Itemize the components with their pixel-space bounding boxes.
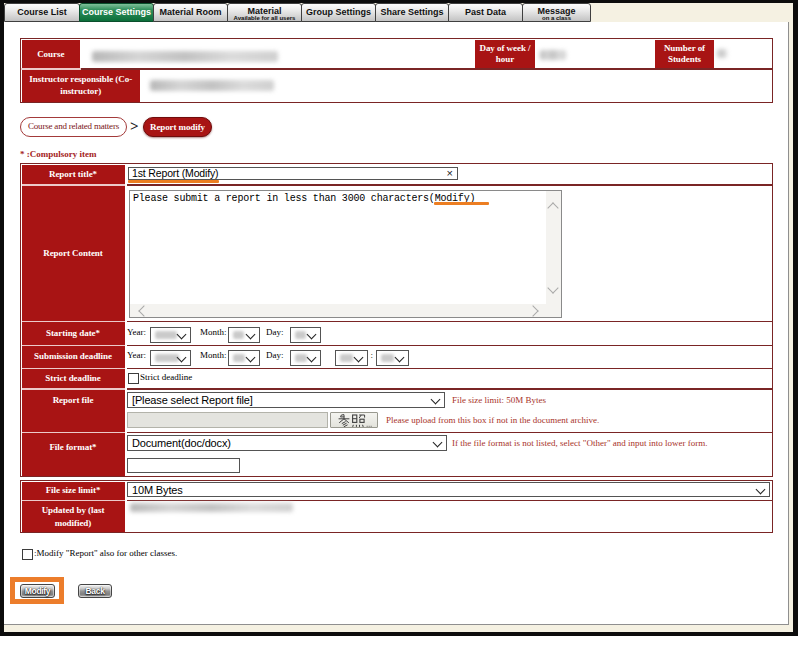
students-label-cell: Number of Students bbox=[655, 40, 714, 69]
vertical-scrollbar[interactable] bbox=[546, 191, 561, 304]
report-file-select[interactable]: [Please select Report file] bbox=[127, 392, 445, 408]
course-value-redacted bbox=[92, 51, 278, 62]
file-size-limit-label: File size limit* bbox=[22, 485, 125, 496]
report-title-input[interactable]: 1st Report (Modify) × bbox=[128, 167, 458, 180]
day-of-week-label-cell: Day of week / hour bbox=[475, 40, 535, 69]
starting-day-select[interactable] bbox=[290, 327, 321, 343]
tab-group-settings[interactable]: Group Settings bbox=[301, 3, 376, 22]
breadcrumb-report-modify-button[interactable]: Report modify bbox=[143, 117, 212, 137]
deadline-minute-select[interactable] bbox=[376, 350, 409, 366]
deadline-year-label: Year: bbox=[127, 350, 146, 360]
deadline-day-select[interactable] bbox=[290, 350, 321, 366]
content-annotation-underline bbox=[434, 202, 489, 205]
strict-deadline-checkbox-label: Strict deadline bbox=[140, 372, 192, 382]
day-of-week-value-redacted bbox=[540, 50, 566, 60]
scroll-up-icon[interactable] bbox=[547, 202, 558, 213]
starting-month-label: Month: bbox=[200, 327, 227, 337]
file-format-select[interactable]: Document(doc/docx) bbox=[127, 435, 447, 451]
file-upload-filename-box[interactable] bbox=[127, 412, 328, 428]
tab-material-available[interactable]: Material Available for all users bbox=[227, 3, 302, 22]
course-label-cell: Course bbox=[22, 40, 81, 69]
tab-course-settings[interactable]: Course Settings bbox=[79, 3, 154, 22]
browse-kanji-icon bbox=[338, 414, 372, 427]
clear-input-icon[interactable]: × bbox=[447, 167, 453, 179]
students-value-redacted bbox=[717, 49, 727, 58]
file-size-limit-select[interactable]: 10M Bytes bbox=[127, 482, 770, 497]
breadcrumb-course-matters-button[interactable]: Course and related matters bbox=[20, 117, 127, 137]
file-format-other-input[interactable] bbox=[127, 458, 240, 473]
updated-by-value-redacted bbox=[130, 503, 293, 512]
report-content-textarea[interactable]: Please submit a report in less than 3000… bbox=[129, 190, 562, 318]
tab-past-data[interactable]: Past Data bbox=[448, 3, 523, 22]
other-classes-checkbox[interactable] bbox=[22, 549, 33, 560]
updated-by-label: Updated by (last modified) bbox=[33, 504, 113, 530]
starting-date-label: Starting date* bbox=[22, 328, 125, 339]
browse-button[interactable] bbox=[330, 412, 378, 428]
instructor-value-redacted bbox=[150, 80, 274, 91]
report-title-label: Report title* bbox=[22, 169, 125, 180]
deadline-month-select[interactable] bbox=[228, 350, 260, 366]
report-file-label: Report file bbox=[22, 395, 125, 406]
starting-month-select[interactable] bbox=[228, 327, 260, 343]
strict-deadline-checkbox[interactable] bbox=[128, 373, 139, 384]
tab-message[interactable]: Message on a class bbox=[522, 3, 591, 22]
title-annotation-underline bbox=[128, 180, 219, 183]
tab-share-settings[interactable]: Share Settings bbox=[375, 3, 449, 22]
file-size-note: File size limit: 50M Bytes bbox=[452, 395, 546, 405]
instructor-label-cell: Instructor responsible (Co-instructor) bbox=[22, 70, 141, 102]
starting-year-select[interactable] bbox=[150, 327, 191, 343]
starting-year-label: Year: bbox=[127, 327, 146, 337]
file-format-label: File format* bbox=[22, 442, 125, 453]
deadline-month-label: Month: bbox=[200, 350, 227, 360]
scroll-right-icon[interactable] bbox=[527, 305, 538, 316]
deadline-year-select[interactable] bbox=[150, 350, 191, 366]
back-button[interactable]: Back bbox=[78, 584, 112, 598]
deadline-time-separator: : bbox=[371, 350, 374, 360]
scroll-down-icon[interactable] bbox=[547, 282, 558, 293]
tab-material-room[interactable]: Material Room bbox=[153, 3, 228, 22]
modify-button[interactable]: Modify bbox=[20, 584, 55, 598]
compulsory-note: * :Compulsory item bbox=[20, 149, 97, 159]
submission-deadline-label: Submission deadline bbox=[22, 351, 125, 362]
deadline-hour-select[interactable] bbox=[335, 350, 368, 366]
report-content-label: Report Content bbox=[22, 248, 125, 259]
other-classes-label: :Modify "Report" also for other classes. bbox=[34, 548, 177, 558]
horizontal-scrollbar[interactable] bbox=[130, 304, 561, 317]
deadline-day-label: Day: bbox=[266, 350, 284, 360]
scroll-left-icon[interactable] bbox=[138, 305, 149, 316]
breadcrumb-separator: > bbox=[130, 118, 139, 135]
upload-note: Please upload from this box if not in th… bbox=[386, 415, 599, 425]
starting-day-label: Day: bbox=[266, 327, 284, 337]
strict-deadline-label: Strict deadline bbox=[22, 373, 125, 384]
file-format-note: If the file format is not listed, select… bbox=[452, 438, 708, 448]
tab-course-list[interactable]: Course List bbox=[4, 3, 80, 22]
